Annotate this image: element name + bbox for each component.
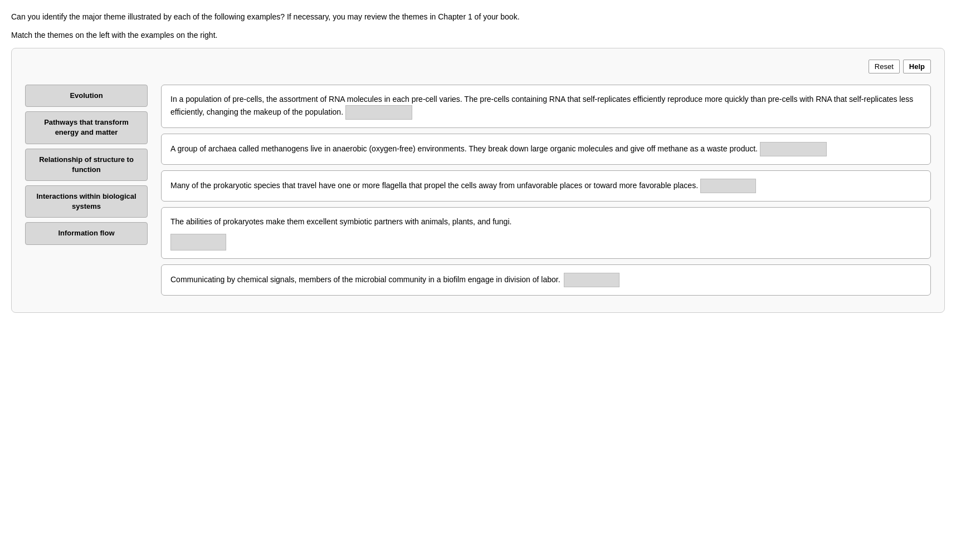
answer-box-4[interactable] (170, 234, 226, 250)
theme-structure[interactable]: Relationship of structure to function (25, 149, 148, 181)
example-1-text: In a population of pre-cells, the assort… (170, 95, 913, 116)
content-area: Evolution Pathways that transform energy… (25, 85, 931, 296)
example-box-3: Many of the prokaryotic species that tra… (161, 170, 931, 202)
example-box-2: A group of archaea called methanogens li… (161, 134, 931, 165)
instruction-line1: Can you identify the major theme illustr… (11, 11, 945, 23)
answer-box-2[interactable] (760, 142, 827, 156)
example-4-text: The abilities of prokaryotes make them e… (170, 217, 511, 226)
example-box-1: In a population of pre-cells, the assort… (161, 85, 931, 128)
theme-information[interactable]: Information flow (25, 222, 148, 244)
help-button[interactable]: Help (903, 60, 931, 73)
theme-pathways[interactable]: Pathways that transform energy and matte… (25, 111, 148, 144)
theme-interactions[interactable]: Interactions within biological systems (25, 185, 148, 218)
example-box-5: Communicating by chemical signals, membe… (161, 264, 931, 296)
example-3-text: Many of the prokaryotic species that tra… (170, 181, 698, 190)
toolbar: Reset Help (25, 60, 931, 73)
example-5-text: Communicating by chemical signals, membe… (170, 274, 560, 283)
reset-button[interactable]: Reset (869, 60, 900, 73)
example-2-text: A group of archaea called methanogens li… (170, 144, 758, 153)
answer-box-5[interactable] (564, 273, 620, 287)
left-panel: Evolution Pathways that transform energy… (25, 85, 148, 245)
answer-box-3[interactable] (700, 179, 756, 193)
main-container: Reset Help Evolution Pathways that trans… (11, 48, 945, 313)
example-box-4: The abilities of prokaryotes make them e… (161, 207, 931, 258)
right-panel: In a population of pre-cells, the assort… (161, 85, 931, 296)
instruction-line2: Match the themes on the left with the ex… (11, 30, 945, 41)
theme-evolution[interactable]: Evolution (25, 85, 148, 107)
answer-box-1[interactable] (345, 105, 412, 120)
